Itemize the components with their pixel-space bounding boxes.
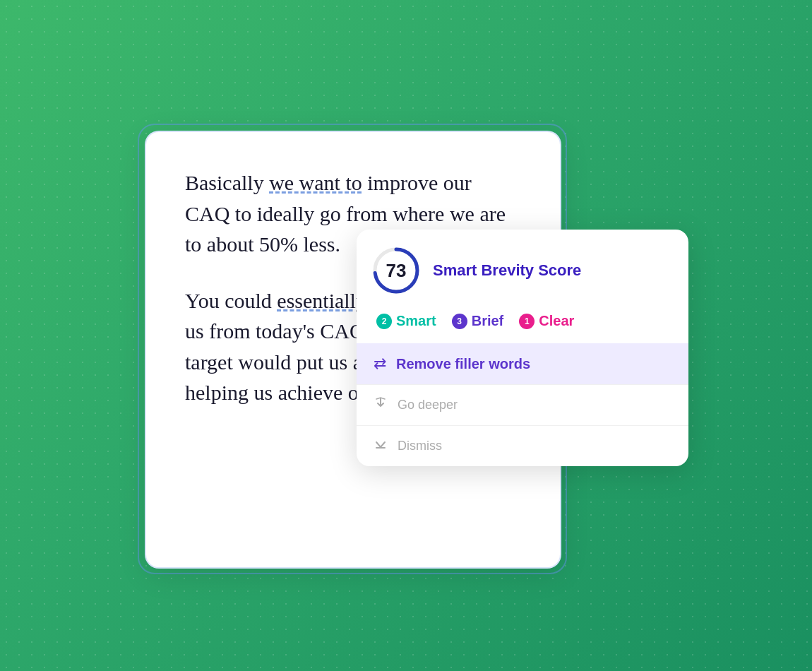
go-deeper-icon — [374, 396, 388, 414]
score-header: 73 Smart Brevity Score — [357, 230, 688, 309]
tab-smart[interactable]: 2 Smart — [374, 311, 442, 331]
underline-essentially: essentially — [277, 289, 366, 312]
badge-brief: 3 — [452, 314, 467, 329]
score-title: Smart Brevity Score — [433, 261, 581, 280]
action-text: Remove filler words — [396, 356, 530, 372]
svg-rect-2 — [376, 447, 386, 449]
badge-clear: 1 — [519, 314, 535, 329]
tab-clear-label: Clear — [539, 313, 574, 329]
refresh-icon: ⇄ — [374, 355, 386, 373]
tab-brief[interactable]: 3 Brief — [449, 311, 510, 331]
score-number: 73 — [386, 260, 407, 282]
underline-we-want: we want to — [269, 171, 362, 194]
menu-item-dismiss-label: Dismiss — [398, 439, 442, 453]
tab-clear[interactable]: 1 Clear — [516, 311, 580, 331]
dismiss-icon — [374, 437, 388, 455]
badge-smart: 2 — [376, 314, 392, 329]
tab-smart-label: Smart — [396, 313, 436, 329]
score-card: 73 Smart Brevity Score 2 Smart 3 Brief 1… — [357, 230, 688, 466]
menu-item-go-deeper-label: Go deeper — [398, 398, 458, 412]
menu-item-dismiss[interactable]: Dismiss — [357, 425, 688, 466]
tabs-row: 2 Smart 3 Brief 1 Clear — [357, 309, 688, 343]
menu-item-go-deeper[interactable]: Go deeper — [357, 384, 688, 425]
action-row[interactable]: ⇄ Remove filler words — [357, 343, 688, 384]
score-circle: 73 — [371, 245, 422, 296]
tab-brief-label: Brief — [472, 313, 504, 329]
